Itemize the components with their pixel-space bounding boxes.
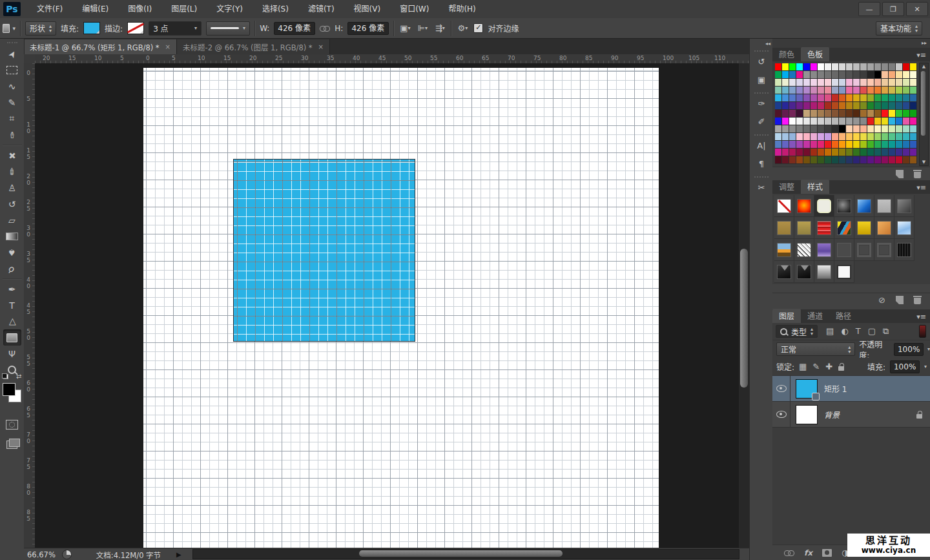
color-swatch[interactable]	[832, 110, 839, 118]
color-swatch[interactable]	[782, 149, 789, 156]
color-swatch[interactable]	[789, 87, 796, 94]
color-swatch[interactable]	[775, 79, 782, 87]
style-white-inset[interactable]	[834, 261, 854, 283]
new-swatch-icon[interactable]	[896, 170, 904, 178]
paragraph-panel-icon[interactable]: ¶	[753, 156, 770, 171]
color-swatch[interactable]	[782, 63, 789, 71]
default-colors-icon[interactable]	[2, 373, 8, 379]
color-swatch[interactable]	[882, 79, 889, 87]
color-swatch[interactable]	[782, 141, 789, 149]
color-swatch[interactable]	[882, 110, 889, 118]
color-swatch[interactable]	[839, 71, 846, 79]
menu-item-0[interactable]: 文件(F)	[27, 0, 72, 18]
color-swatch[interactable]	[896, 94, 903, 102]
horizontal-scrollbar[interactable]	[192, 549, 739, 559]
color-swatch[interactable]	[903, 156, 910, 164]
horizontal-ruler[interactable]: 2015105051015202530354045505560657075808…	[35, 54, 749, 64]
color-swatch[interactable]	[867, 133, 874, 141]
color-swatch[interactable]	[825, 110, 832, 118]
color-swatch[interactable]	[796, 94, 803, 102]
color-swatch[interactable]	[910, 94, 917, 102]
color-swatch[interactable]	[818, 110, 825, 118]
color-swatch[interactable]	[874, 118, 882, 125]
swatch-scrollbar[interactable]: ▲ ▼	[919, 63, 929, 166]
dock-group-grip[interactable]	[754, 176, 769, 178]
styles-tab-0[interactable]: 调整	[772, 180, 801, 194]
menu-item-9[interactable]: 帮助(H)	[439, 0, 485, 18]
layers-menu-icon[interactable]: ▾≡	[916, 313, 930, 323]
move-tool[interactable]: ➤	[3, 46, 21, 62]
layer-thumbnail[interactable]	[796, 405, 818, 424]
filter-type-layers-icon[interactable]: T	[856, 326, 861, 337]
color-swatch[interactable]	[782, 133, 789, 141]
color-swatch[interactable]	[789, 79, 796, 87]
spot-healing-brush-tool[interactable]: ✚	[3, 147, 21, 163]
color-swatch[interactable]	[832, 149, 839, 156]
color-swatch[interactable]	[818, 133, 825, 141]
swatch-scroll-thumb[interactable]	[921, 71, 925, 136]
color-swatch[interactable]	[896, 79, 903, 87]
color-swatch[interactable]	[803, 118, 811, 125]
color-swatch[interactable]	[853, 102, 860, 110]
color-swatch[interactable]	[889, 110, 896, 118]
color-swatch[interactable]	[818, 125, 825, 133]
style-none[interactable]	[774, 195, 794, 217]
quick-selection-tool[interactable]: ✎	[3, 94, 21, 110]
color-swatch[interactable]	[853, 87, 860, 94]
color-swatch[interactable]	[867, 94, 874, 102]
style-blue-gloss[interactable]	[854, 195, 874, 217]
color-swatch[interactable]	[825, 87, 832, 94]
lock-paint-icon[interactable]: ✎	[812, 362, 820, 371]
color-swatch[interactable]	[796, 118, 803, 125]
color-swatch[interactable]	[811, 102, 818, 110]
style-landscape[interactable]	[774, 239, 794, 261]
rectangular-marquee-tool[interactable]	[3, 62, 21, 78]
color-swatch[interactable]	[910, 118, 917, 125]
document-tab-2[interactable]: 未标题-2 @ 66.7% (图层 1, RGB/8) *×	[177, 39, 330, 54]
tool-presets-panel-icon[interactable]: ✂	[753, 180, 770, 195]
dropdown-arrow-icon[interactable]: ▾	[927, 347, 930, 351]
foreground-color-swatch[interactable]	[3, 383, 16, 396]
color-swatch[interactable]	[882, 141, 889, 149]
color-swatch[interactable]	[889, 125, 896, 133]
document-tab-1[interactable]: 未标题-1 @ 66.7% (矩形 1, RGB/8) *×	[24, 39, 177, 54]
menu-item-3[interactable]: 图层(L)	[161, 0, 207, 18]
menu-item-4[interactable]: 文字(Y)	[207, 0, 253, 18]
color-swatch[interactable]	[803, 133, 811, 141]
color-swatch[interactable]	[889, 156, 896, 164]
color-swatch[interactable]	[853, 110, 860, 118]
color-swatch[interactable]	[775, 102, 782, 110]
color-swatch[interactable]	[846, 94, 853, 102]
color-swatch[interactable]	[839, 133, 846, 141]
color-swatch[interactable]	[853, 79, 860, 87]
lock-position-icon[interactable]: ✚	[825, 362, 832, 371]
color-swatch[interactable]	[860, 87, 867, 94]
color-swatch[interactable]	[903, 87, 910, 94]
color-swatch[interactable]	[846, 110, 853, 118]
dock-group-grip[interactable]	[754, 92, 769, 94]
dock-group-grip[interactable]	[754, 50, 769, 52]
workspace-switcher[interactable]: 基本功能 ▴▾	[876, 21, 922, 36]
color-swatch[interactable]	[896, 141, 903, 149]
color-swatch[interactable]	[910, 133, 917, 141]
lock-transparency-icon[interactable]: ▦	[799, 362, 807, 371]
color-swatch[interactable]	[874, 156, 882, 164]
color-swatch[interactable]	[803, 149, 811, 156]
color-swatch[interactable]	[832, 156, 839, 164]
brush-presets-panel-icon[interactable]: ✑	[753, 96, 770, 111]
color-swatch[interactable]	[832, 94, 839, 102]
color-swatch[interactable]	[775, 94, 782, 102]
color-swatch[interactable]	[832, 118, 839, 125]
color-swatch[interactable]	[796, 102, 803, 110]
align-edges-checkbox[interactable]: ✓	[473, 23, 483, 33]
new-style-icon[interactable]	[896, 296, 904, 304]
path-alignment-button[interactable]: ⊫▾	[416, 22, 429, 35]
color-swatch[interactable]	[889, 102, 896, 110]
color-swatch[interactable]	[839, 94, 846, 102]
delete-swatch-icon[interactable]	[914, 170, 921, 178]
color-swatch[interactable]	[860, 110, 867, 118]
color-swatch[interactable]	[818, 87, 825, 94]
color-swatch[interactable]	[796, 79, 803, 87]
color-swatch[interactable]	[846, 102, 853, 110]
restore-button[interactable]: ❐	[882, 2, 904, 16]
